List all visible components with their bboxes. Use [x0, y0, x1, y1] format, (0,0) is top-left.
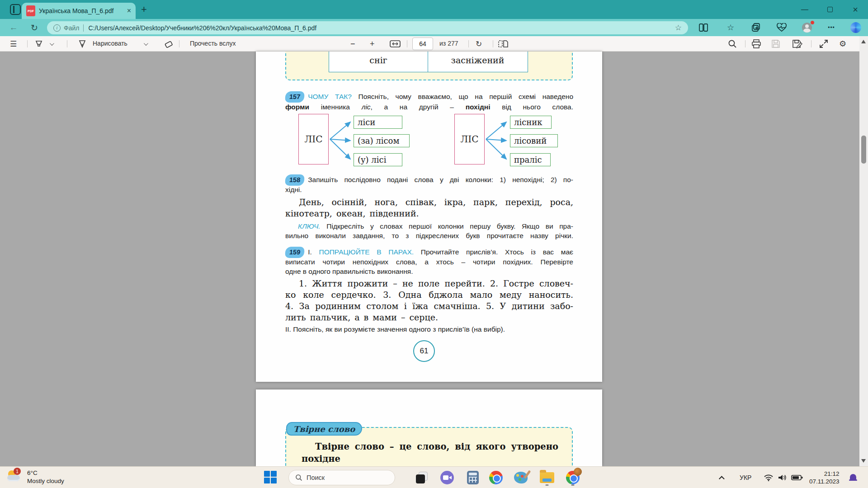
weather-badge: 1 [14, 468, 21, 475]
taskbar: 1 6°C Mostly cloudy Поиск УКР [0, 466, 868, 488]
toolbar-separator [493, 40, 493, 47]
favorite-star-icon[interactable]: ☆ [675, 23, 682, 33]
browser-essentials-icon[interactable] [775, 21, 788, 34]
read-aloud-label[interactable]: Прочесть вслух [190, 40, 236, 47]
battery-icon[interactable] [791, 467, 803, 488]
print-icon[interactable] [751, 38, 761, 50]
window-restore-button[interactable] [817, 0, 843, 19]
scroll-up-arrow[interactable] [861, 40, 866, 43]
diagram-left-arrows [330, 114, 354, 166]
new-tab-button[interactable]: + [141, 4, 147, 15]
search-icon[interactable] [728, 38, 737, 50]
draw-chevron-icon[interactable] [144, 38, 147, 50]
page-total-label: из 277 [439, 40, 458, 47]
save-icon[interactable] [771, 38, 780, 50]
table-cell: засніжений [428, 52, 527, 72]
back-icon[interactable]: ← [7, 22, 20, 33]
definition-line1: Твірне слово – це слово, від якого утвор… [302, 441, 558, 465]
diagram-right-item: лісовий [510, 134, 558, 147]
taskbar-search[interactable]: Поиск [288, 470, 395, 485]
weather-icon: 1 [6, 469, 24, 486]
draw-pen-icon[interactable] [78, 38, 87, 50]
fullscreen-icon[interactable] [819, 38, 828, 50]
ex158-line1: 158Запишіть послідовно подані слова у дв… [285, 174, 573, 186]
tab-close-icon[interactable]: × [127, 7, 131, 15]
rotate-icon[interactable]: ↻ [476, 38, 482, 50]
collections-icon[interactable] [750, 21, 763, 34]
rule-title-cloud: Твірне слово [286, 422, 362, 436]
eraser-icon[interactable] [164, 38, 174, 50]
toolbar-separator [811, 40, 811, 47]
cloud-icon [7, 475, 20, 481]
weather-widget[interactable]: 1 6°C Mostly cloudy [6, 469, 64, 486]
task-view-icon[interactable] [415, 470, 429, 485]
window-close-button[interactable]: × [843, 0, 868, 19]
highlighter-icon[interactable] [34, 38, 43, 50]
pdf-file-icon: PDF [26, 5, 35, 16]
ex158-line2: хідні. [285, 185, 573, 194]
diagram-right-arrows [486, 114, 510, 166]
ex157-badge: 157 [285, 91, 305, 103]
diagram-left-item: ліси [354, 116, 402, 129]
toolbar-separator [27, 40, 28, 47]
ex159-part2: II. Поясніть, як ви розумієте значення о… [285, 324, 573, 334]
proverb-line: 4. За родинним столом і їжа смачніша. 5.… [285, 300, 573, 312]
pdf-content-area[interactable]: сніг засніжений 157ЧОМУ ТАК? Поясніть, ч… [0, 52, 868, 466]
zoom-out-icon[interactable]: − [350, 38, 355, 50]
draw-label[interactable]: Нарисовать [93, 40, 127, 47]
clock-widget[interactable]: 21:12 07.11.2023 [809, 467, 840, 488]
scrollbar-thumb[interactable] [861, 136, 866, 164]
paint-app-icon[interactable] [514, 470, 528, 485]
profile-avatar[interactable] [800, 21, 814, 34]
page-number-input[interactable]: 64 [412, 38, 433, 50]
chrome-profile-icon[interactable] [566, 470, 580, 485]
ex158-words-line1: День, осінній, нога, співак, ікра, парк,… [285, 197, 573, 208]
table-cell: сніг [329, 52, 428, 72]
tray-chevron[interactable] [721, 467, 725, 488]
copilot-logo [850, 22, 861, 33]
search-icon [295, 474, 302, 481]
split-screen-icon[interactable] [697, 21, 710, 34]
highlighter-chevron-icon[interactable] [50, 38, 53, 50]
toolbar-separator [745, 40, 745, 47]
file-explorer-icon[interactable] [540, 470, 554, 485]
ex157-line2: форми іменника ліс, а на другій – похідн… [285, 102, 573, 112]
window-minimize-button[interactable]: — [792, 0, 817, 19]
refresh-icon[interactable]: ↻ [28, 22, 41, 33]
wifi-icon[interactable] [764, 467, 773, 488]
workspaces-icon[interactable] [10, 4, 21, 15]
chrome-app-icon[interactable] [489, 470, 503, 485]
volume-icon[interactable] [778, 467, 787, 488]
start-button[interactable] [264, 471, 278, 484]
toc-icon[interactable]: ☰ [10, 38, 17, 50]
vertical-scrollbar[interactable] [859, 36, 868, 466]
copilot-icon[interactable] [849, 21, 863, 34]
tray-time: 21:12 [809, 470, 840, 478]
fit-width-icon[interactable] [390, 38, 401, 50]
address-separator [83, 24, 84, 32]
address-bar[interactable]: i Файл C:/Users/Алексей/Desktop/Учебники… [47, 21, 688, 34]
language-indicator[interactable]: УКР [740, 467, 751, 488]
diagram-left-root: ЛІС [298, 114, 329, 164]
url-text[interactable]: C:/Users/Алексей/Desktop/Учебники%206%20… [88, 24, 671, 32]
settings-dots-icon[interactable]: ••• [825, 21, 838, 34]
info-icon[interactable]: i [53, 24, 61, 32]
window-controls: — × [792, 0, 868, 19]
calculator-app-icon[interactable] [466, 470, 480, 485]
zoom-in-icon[interactable]: + [370, 38, 375, 50]
weather-text: 6°C Mostly cloudy [27, 469, 64, 485]
chat-app-icon[interactable] [440, 470, 454, 485]
diagram-right-item: лісник [510, 116, 552, 129]
page-view-icon[interactable] [498, 38, 508, 50]
yellow-rule-box-top: сніг засніжений [285, 52, 573, 80]
scheme-label: Файл [64, 24, 79, 32]
notification-bell-icon[interactable] [849, 467, 857, 488]
browser-tab[interactable]: PDF Українська Мова_П_6.pdf × [22, 3, 136, 19]
settings-gear-icon[interactable]: ⚙ [839, 38, 846, 50]
scroll-down-arrow[interactable] [861, 459, 866, 463]
save-as-icon[interactable] [792, 38, 803, 50]
favorites-icon[interactable]: ☆ [724, 21, 737, 34]
toolbar-separator [407, 40, 407, 47]
ex159-line1: 159I. ПОПРАЦЮЙТЕ В ПАРАХ. Прочитайте при… [285, 247, 573, 258]
screen: PDF Українська Мова_П_6.pdf × + — × ← ↻ … [0, 0, 868, 488]
